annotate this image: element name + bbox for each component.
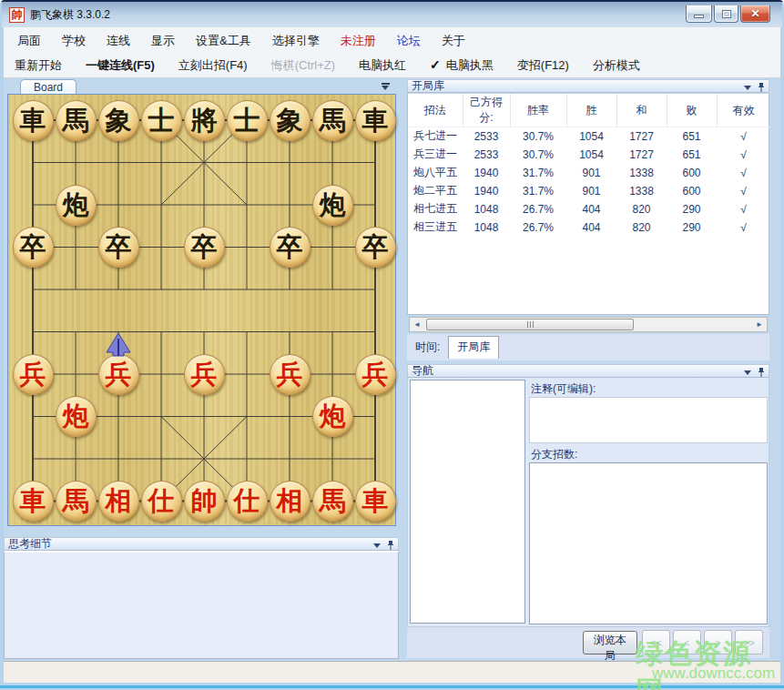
table-cell: 651 [667,127,717,146]
thinking-panel-title: 思考细节 [8,537,52,550]
table-cell: 600 [667,182,717,200]
table-cell: 1727 [616,127,667,146]
scroll-left-icon[interactable]: ◄ [410,318,424,331]
table-cell: 901 [566,164,616,182]
column-header[interactable]: 胜 [566,94,616,127]
table-row[interactable]: 相三进五104826.7%404820290√ [408,218,770,237]
menu-item[interactable]: 显示 [151,34,175,47]
opening-library-table-wrap: 招法己方得分:胜率胜和败有效兵七进一253330.7%10541727651√兵… [407,94,769,315]
column-header[interactable]: 和 [616,94,667,127]
toolbar-item: 悔棋(Ctrl+Z) [271,58,335,72]
table-cell: 1940 [463,182,510,200]
dock-tab-开局库[interactable]: 开局库 [448,336,499,359]
branch-count-label: 分支招数: [531,447,577,462]
main-area: Board 車馬象士將士象馬車炮炮卒卒卒卒卒兵兵兵兵兵炮炮車馬相仕帥仕相馬車 思… [4,78,780,683]
tab-board[interactable]: Board [20,79,76,95]
collapse-icon[interactable] [373,543,381,548]
column-header[interactable]: 败 [667,94,717,127]
toolbar-item[interactable]: 分析模式 [593,58,640,72]
comment-editor[interactable] [529,397,768,443]
table-cell: 26.7% [510,218,566,237]
collapse-icon[interactable] [744,370,751,375]
collapse-icon[interactable] [744,86,751,90]
xiangqi-board[interactable]: 車馬象士將士象馬車炮炮卒卒卒卒卒兵兵兵兵兵炮炮車馬相仕帥仕相馬車 [7,94,396,526]
close-button[interactable]: ✕ [740,5,770,23]
pin-icon[interactable] [758,83,765,93]
table-cell: 1940 [463,164,510,182]
table-cell: 30.7% [510,127,566,146]
table-cell: 31.7% [510,164,566,182]
menu-item[interactable]: 论坛 [397,34,421,47]
toolbar-item[interactable]: 重新开始 [15,58,62,72]
check-icon: ✓ [430,57,441,72]
tab-board-label: Board [34,81,63,94]
menu-item[interactable]: 局面 [17,34,41,47]
table-row[interactable]: 炮二平五194031.7%9011338600√ [408,182,770,200]
scrollbar-thumb[interactable] [426,319,634,330]
browse-game-button[interactable]: 浏览本局 [583,631,637,654]
table-header-row: 招法己方得分:胜率胜和败有效 [408,94,770,127]
toolbar-item[interactable]: 一键连线(F5) [86,58,155,72]
menu-item[interactable]: 未注册 [341,34,376,47]
pin-icon[interactable] [758,368,765,378]
comment-label: 注释(可编辑): [531,381,596,397]
column-header[interactable]: 己方得分: [463,94,510,127]
move-list[interactable] [410,380,525,624]
table-cell: 炮八平五 [408,164,463,182]
horizontal-scrollbar[interactable]: ◄ ► [409,317,768,332]
table-row[interactable]: 兵三进一253330.7%10541727651√ [408,146,770,164]
thinking-details-pane[interactable] [4,551,399,659]
table-cell: 820 [616,200,667,218]
column-header[interactable]: 胜率 [510,94,566,127]
scroll-right-icon[interactable]: ► [752,318,767,331]
menu-item[interactable]: 连线 [107,34,130,47]
dock-tab-strip: 时间:开局库 [407,334,769,360]
table-cell: 820 [616,218,667,237]
table-cell: √ [717,218,770,237]
watermark-site-url: www.downcc.com [652,665,775,683]
navigation-pane: 注释(可编辑): 分支招数: [407,378,769,627]
table-row[interactable]: 相七进五104826.7%404820290√ [408,200,770,218]
menu-item[interactable]: 学校 [62,34,86,47]
table-cell: 600 [667,164,717,182]
table-row[interactable]: 炮八平五194031.7%9011338600√ [408,164,770,182]
menu-item[interactable]: 关于 [442,34,465,47]
table-cell: 1054 [566,127,616,146]
table-cell: √ [717,182,770,200]
restore-icon [722,10,731,18]
navigation-panel-title: 导航 [412,364,433,377]
pin-icon[interactable] [387,541,394,551]
thinking-panel-header: 思考细节 [4,537,399,551]
table-row[interactable]: 兵七进一253330.7%10541727651√ [408,127,770,146]
toolbar-item[interactable]: 立刻出招(F4) [178,58,248,72]
opening-library-header: 开局库 [407,79,769,93]
toolbar: 重新开始一键连线(F5)立刻出招(F4)悔棋(Ctrl+Z)电脑执红✓电脑执黑变… [4,52,780,78]
opening-library-table: 招法己方得分:胜率胜和败有效兵七进一253330.7%10541727651√兵… [408,94,770,237]
table-cell: 2533 [463,127,510,146]
branch-list[interactable] [529,462,768,624]
minimize-button[interactable] [686,5,712,23]
title-bar[interactable]: 帥 鹏飞象棋 3.3.0.2 ✕ [2,2,782,27]
menu-item[interactable]: 设置&工具 [196,34,251,47]
table-cell: 290 [667,218,717,237]
table-cell: 1048 [463,200,510,218]
table-cell: √ [717,200,770,218]
table-cell: 兵七进一 [408,127,463,146]
minimize-icon [694,15,704,18]
close-icon: ✕ [750,8,759,19]
dock-tab-时间[interactable]: 时间: [407,338,448,357]
table-cell: 26.7% [510,200,566,218]
restore-button[interactable] [714,5,738,23]
table-cell: 2533 [463,146,510,164]
toolbar-item[interactable]: ✓电脑执黑 [430,58,494,72]
menu-item[interactable]: 选择引擎 [272,34,320,47]
table-cell: 兵三进一 [408,146,463,164]
panel-menu-icon[interactable] [381,83,390,90]
column-header[interactable]: 有效 [717,94,770,127]
navigation-panel-header: 导航 [407,364,769,378]
toolbar-item[interactable]: 变招(F12) [517,58,569,72]
column-header[interactable]: 招法 [408,94,463,127]
table-cell: 1054 [566,146,616,164]
app-icon-glyph: 帥 [12,9,23,20]
toolbar-item[interactable]: 电脑执红 [359,58,406,72]
